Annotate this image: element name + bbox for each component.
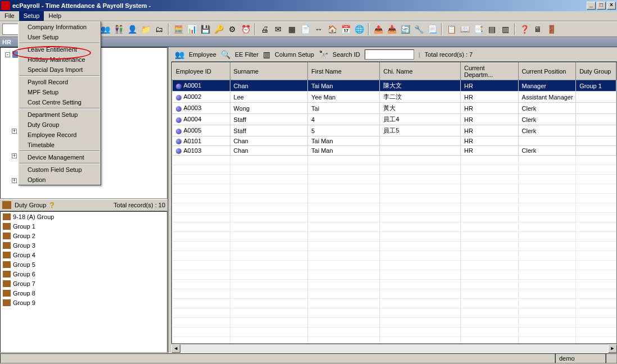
menuitem-leave-entitlement[interactable]: Leave Entitlement — [19, 44, 101, 54]
column-setup-label[interactable]: Column Setup — [275, 51, 314, 58]
menuitem-holiday-maintenance[interactable]: Holiday Maintenance — [19, 54, 101, 65]
calculator-icon[interactable]: 🧮 — [172, 23, 184, 35]
menuitem-mpf-setup[interactable]: MPF Setup — [19, 87, 101, 97]
ee-filter-label[interactable]: EE Filter — [235, 51, 258, 58]
menuitem-special-days-import[interactable]: Special Days Import — [19, 65, 101, 75]
empty-row — [173, 280, 616, 289]
column-header[interactable]: Employee ID — [173, 63, 230, 80]
gear-icon[interactable]: ⚙ — [226, 23, 238, 35]
dutygroup-item[interactable]: Group 9 — [1, 298, 167, 307]
book-icon[interactable]: 📖 — [459, 23, 471, 35]
menuitem-company-information[interactable]: Company Information — [19, 22, 101, 32]
dutygroup-item[interactable]: Group 7 — [1, 279, 167, 288]
chart-icon[interactable]: 📊 — [185, 23, 198, 35]
table-icon[interactable]: ▤ — [486, 23, 498, 35]
filter-icon[interactable]: 🔍 — [221, 50, 230, 59]
column-header[interactable]: Surname — [230, 63, 308, 80]
menuitem-option[interactable]: Option — [19, 175, 101, 185]
help-icon[interactable]: ? — [49, 201, 55, 210]
dutygroup-list[interactable]: 9-18 (A) GroupGroup 1Group 2Group 3Group… — [0, 211, 167, 353]
search-id-input[interactable] — [365, 49, 414, 60]
exit-icon[interactable]: 🚪 — [545, 23, 557, 35]
group-icon[interactable]: 👫 — [112, 23, 125, 35]
menuitem-timetable[interactable]: Timetable — [19, 140, 101, 150]
dutygroup-item[interactable]: Group 5 — [1, 260, 167, 269]
menuitem-employee-record[interactable]: Employee Record — [19, 130, 101, 140]
expand-icon[interactable]: + — [12, 178, 17, 183]
menuitem-payroll-record[interactable]: Payroll Record — [19, 77, 101, 87]
scroll-left-button[interactable]: ◄ — [171, 344, 180, 353]
empty-cell — [308, 175, 380, 184]
globe-icon[interactable]: 🌐 — [353, 23, 365, 35]
home-icon[interactable]: 🏠 — [326, 23, 338, 35]
menu-file[interactable]: File — [0, 11, 19, 21]
clock-icon[interactable]: ⏰ — [239, 23, 252, 35]
menuitem-user-setup[interactable]: User Setup — [19, 32, 101, 42]
dutygroup-item[interactable]: Group 2 — [1, 231, 167, 240]
dutygroup-item[interactable]: Group 1 — [1, 221, 167, 231]
table-row[interactable]: A0101ChanTai ManHR — [173, 136, 616, 146]
table-row[interactable]: A0004Staff4員工4HRClerk — [173, 114, 616, 125]
column-header[interactable]: Duty Group — [576, 63, 616, 80]
dutygroup-item[interactable]: Group 3 — [1, 240, 167, 250]
menuitem-duty-group[interactable]: Duty Group — [19, 120, 101, 130]
doc2-icon[interactable]: 📋 — [445, 23, 457, 35]
table-row[interactable]: A0002LeeYee Man李二汶HRAssistant Manager — [173, 92, 616, 103]
table-row[interactable]: A0003WongTai黃大HRClerk — [173, 103, 616, 114]
document-icon[interactable]: 📄 — [299, 23, 311, 35]
dutygroup-item[interactable]: 9-18 (A) Group — [1, 212, 167, 221]
scroll-track[interactable] — [180, 344, 608, 353]
table-row[interactable]: A0103ChanTai ManHRClerk — [173, 146, 616, 156]
folder-icon[interactable]: 📁 — [139, 23, 152, 35]
expand-icon[interactable]: + — [12, 129, 17, 134]
calendar-icon[interactable]: 📅 — [339, 23, 352, 35]
employee-grid[interactable]: Employee IDSurnameFirst NameChi. NameCur… — [171, 62, 617, 344]
sync-icon[interactable]: 🔄 — [399, 23, 411, 35]
column-header[interactable]: Chi. Name — [380, 63, 461, 80]
column-header[interactable]: Current Position — [518, 63, 576, 80]
page-icon[interactable]: 📃 — [426, 23, 438, 35]
horizontal-scrollbar[interactable]: ◄ ► — [171, 344, 617, 353]
table-row[interactable]: A0001ChanTai Man陳大文HRManagerGroup 1 — [173, 80, 616, 92]
person-icon[interactable]: 👤 — [126, 23, 138, 35]
row-bullet-icon — [176, 95, 182, 101]
empty-cell — [518, 232, 576, 242]
column-header[interactable]: First Name — [308, 63, 380, 80]
column-header[interactable]: Current Departm... — [460, 63, 518, 80]
device-icon[interactable]: 🖥 — [532, 23, 544, 35]
floppy-icon[interactable]: 💾 — [199, 23, 211, 35]
empty-cell — [576, 156, 616, 165]
expand-icon[interactable]: + — [12, 153, 17, 158]
grid-icon[interactable]: ▦ — [285, 23, 298, 35]
list-icon[interactable]: 📑 — [472, 23, 484, 35]
menuitem-department-setup[interactable]: Department Setup — [19, 110, 101, 120]
card-icon[interactable]: 🗂 — [153, 23, 165, 35]
menuitem-cost-centre-setting[interactable]: Cost Centre Setting — [19, 97, 101, 107]
print-icon[interactable]: 🖨 — [258, 23, 271, 35]
menuitem-device-management[interactable]: Device Management — [19, 152, 101, 162]
close-button[interactable]: × — [607, 2, 616, 10]
export-icon[interactable]: 📤 — [372, 23, 384, 35]
collapse-icon[interactable]: - — [5, 52, 10, 57]
empty-cell — [576, 213, 616, 222]
dutygroup-item[interactable]: Group 6 — [1, 269, 167, 279]
form-icon[interactable]: ▥ — [499, 23, 511, 35]
employee-label[interactable]: Employee — [189, 51, 216, 58]
menu-help[interactable]: Help — [44, 11, 66, 21]
menuitem-custom-field-setup[interactable]: Custom Field Setup — [19, 165, 101, 175]
tool-icon[interactable]: 🔧 — [412, 23, 425, 35]
transfer-icon[interactable]: ↔ — [312, 23, 325, 35]
scroll-right-button[interactable]: ► — [608, 344, 617, 353]
menu-setup[interactable]: Setup — [19, 11, 44, 21]
minimize-button[interactable]: _ — [587, 2, 596, 10]
maximize-button[interactable]: □ — [597, 2, 606, 10]
key-icon[interactable]: 🔑 — [212, 23, 225, 35]
columns-icon[interactable]: ▥ — [263, 50, 270, 59]
import-icon[interactable]: 📥 — [385, 23, 398, 35]
table-row[interactable]: A0005Staff5員工5HRClerk — [173, 125, 616, 136]
dutygroup-item[interactable]: Group 4 — [1, 250, 167, 260]
dutygroup-item[interactable]: Group 8 — [1, 288, 167, 298]
binoculars-icon[interactable]: 🔭 — [319, 50, 328, 59]
help-icon[interactable]: ❓ — [518, 23, 530, 35]
mail-icon[interactable]: ✉ — [272, 23, 284, 35]
